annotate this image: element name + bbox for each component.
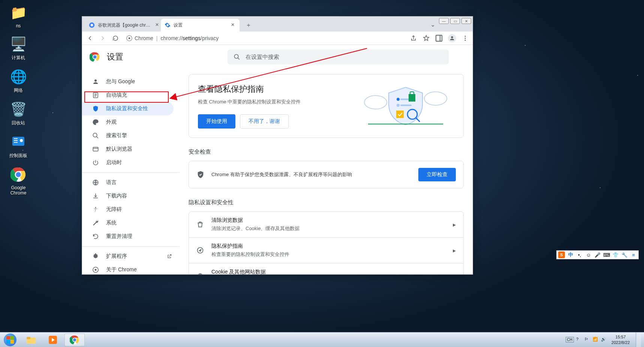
svg-point-27 [94, 269, 96, 271]
sidebar-item-reset[interactable]: 重置并清理 [82, 230, 180, 243]
svg-rect-23 [93, 147, 98, 151]
share-icon[interactable] [410, 34, 417, 42]
desktop-icon-recyclebin[interactable]: 🗑️回收站 [4, 100, 33, 126]
tab-close-button[interactable]: ✕ [154, 22, 160, 28]
maximize-button[interactable]: ▭ [450, 18, 460, 24]
tab-list-dropdown[interactable]: ⌄ [430, 21, 435, 28]
taskbar-chrome[interactable] [64, 334, 85, 346]
tray-action-center-icon[interactable]: 🏳 [584, 337, 590, 343]
sidebar-item-search-engine[interactable]: 搜索引擎 [82, 129, 180, 142]
privacy-section-heading: 隐私设置和安全性 [189, 199, 464, 206]
svg-point-28 [364, 96, 387, 109]
sogou-icon[interactable]: S [558, 251, 565, 258]
taskbar-mediaplayer[interactable] [43, 334, 63, 346]
taskbar-explorer[interactable] [21, 334, 41, 346]
window-icon [92, 145, 99, 153]
globe-icon: 🌐 [9, 68, 27, 86]
desktop-icon-chrome[interactable]: Google Chrome [4, 166, 33, 196]
side-panel-icon[interactable] [435, 34, 443, 42]
palette-icon [92, 118, 99, 126]
sidebar-label: 无障碍 [106, 206, 122, 213]
tray-volume-icon[interactable]: 🔊 [601, 337, 607, 343]
guide-title: 查看隐私保护指南 [198, 84, 349, 95]
sidebar-item-privacy[interactable]: 隐私设置和安全性 [82, 102, 174, 115]
ime-voice-icon[interactable]: 🎤 [594, 251, 601, 258]
sidebar-item-appearance[interactable]: 外观 [82, 115, 180, 129]
settings-body: 您与 Google 自动填充 隐私设置和安全性 外观 搜索引擎 默认浏览器 启动… [82, 45, 473, 275]
shield-icon [196, 171, 205, 179]
svg-rect-46 [27, 337, 30, 339]
svg-point-9 [91, 24, 93, 26]
sidebar-label: 下载内容 [106, 193, 127, 199]
sidebar-item-downloads[interactable]: 下载内容 [82, 189, 180, 203]
forward-button[interactable] [99, 34, 107, 42]
ime-tool-icon[interactable]: 🔧 [621, 251, 628, 258]
sidebar-divider [82, 246, 180, 247]
sidebar-label: 隐私设置和安全性 [106, 105, 148, 112]
svg-point-4 [20, 139, 23, 142]
desktop-icon-controlpanel[interactable]: 控制面板 [4, 133, 33, 159]
close-window-button[interactable]: ✕ [461, 18, 471, 24]
bookmark-star-icon[interactable] [422, 34, 430, 42]
settings-page-title: 设置 [107, 51, 123, 63]
tray-help-icon[interactable]: ? [576, 337, 582, 343]
trash-icon [196, 221, 204, 228]
tray-lang[interactable]: CH [566, 337, 574, 343]
start-button[interactable] [0, 332, 20, 347]
back-button[interactable] [86, 34, 94, 42]
sidebar-item-you-and-google[interactable]: 您与 Google [82, 75, 180, 88]
chrome-icon [9, 166, 27, 184]
tray-clock[interactable]: 15:572022/8/22 [609, 334, 632, 345]
safety-check-button[interactable]: 立即检查 [418, 168, 456, 181]
shield-icon [92, 105, 99, 112]
svg-rect-36 [396, 111, 404, 118]
show-desktop-button[interactable] [636, 332, 641, 347]
omnibox[interactable]: Chrome | chrome://settings/privacy [124, 35, 405, 41]
download-icon [92, 192, 99, 200]
row-cookies[interactable]: Cookie 及其他网站数据已阻止无痕模式下的第三方 Cookie ▸ [189, 263, 463, 275]
tab-strip: 谷歌浏览器【google chrome】 ✕ 设置 ✕ ＋ ⌄ [82, 16, 473, 31]
chevron-right-icon: ▸ [453, 221, 456, 228]
tab-settings[interactable]: 设置 ✕ [161, 19, 240, 31]
ime-keyboard-icon[interactable]: ⌨ [603, 251, 610, 258]
svg-point-32 [397, 104, 400, 107]
cookie-icon [196, 272, 204, 275]
desktop-icon-network[interactable]: 🌐网络 [4, 68, 33, 94]
sidebar-label: 您与 Google [106, 78, 135, 85]
ime-emoji-icon[interactable]: ☺ [585, 251, 592, 258]
folder-icon: 📁 [9, 4, 27, 22]
sidebar-item-about-chrome[interactable]: 关于 Chrome [82, 263, 180, 275]
sidebar-item-accessibility[interactable]: 无障碍 [82, 203, 180, 216]
tab-google-chrome-site[interactable]: 谷歌浏览器【google chrome】 ✕ [85, 19, 164, 31]
new-tab-button[interactable]: ＋ [243, 20, 254, 30]
sidebar-item-default-browser[interactable]: 默认浏览器 [82, 142, 180, 156]
row-clear-browsing-data[interactable]: 清除浏览数据清除浏览记录、Cookie、缓存及其他数据 ▸ [189, 212, 463, 237]
ime-menu-icon[interactable]: ≡ [630, 251, 637, 258]
sidebar-item-extensions[interactable]: 扩展程序 [82, 250, 180, 263]
settings-search[interactable]: 在设置中搜索 [228, 49, 449, 64]
sidebar-item-languages[interactable]: 语言 [82, 176, 180, 189]
sidebar-item-on-startup[interactable]: 启动时 [82, 156, 180, 169]
row-privacy-guide[interactable]: 隐私保护指南检查重要的隐私控制设置和安全控件 ▸ [189, 237, 463, 263]
guide-start-button[interactable]: 开始使用 [198, 114, 235, 129]
ime-lang[interactable]: 中 [567, 251, 574, 258]
site-info-icon[interactable]: Chrome [126, 35, 153, 41]
tab-title: 谷歌浏览器【google chrome】 [98, 22, 151, 28]
sidebar-item-autofill[interactable]: 自动填充 [82, 88, 180, 102]
privacy-guide-card: 查看隐私保护指南 检查 Chrome 中重要的隐私控制设置和安全控件 开始使用 … [189, 74, 464, 138]
profile-avatar[interactable] [448, 34, 456, 42]
svg-point-13 [465, 36, 466, 37]
ime-punct-icon[interactable]: •, [576, 251, 583, 258]
desktop-icon-ns[interactable]: 📁ns [4, 4, 33, 28]
minimize-button[interactable]: — [439, 18, 449, 24]
svg-point-15 [465, 39, 466, 40]
sidebar-item-system[interactable]: 系统 [82, 216, 180, 230]
guide-dismiss-button[interactable]: 不用了，谢谢 [240, 114, 289, 129]
tab-close-button[interactable]: ✕ [230, 22, 236, 28]
desktop-icon-computer[interactable]: 🖥️计算机 [4, 35, 33, 61]
reload-button[interactable] [111, 34, 120, 42]
tray-network-icon[interactable]: 📶 [593, 337, 599, 343]
ime-toolbar[interactable]: S 中 •, ☺ 🎤 ⌨ 👕 🔧 ≡ [556, 250, 639, 259]
ime-skin-icon[interactable]: 👕 [612, 251, 619, 258]
kebab-menu-icon[interactable] [461, 34, 469, 42]
